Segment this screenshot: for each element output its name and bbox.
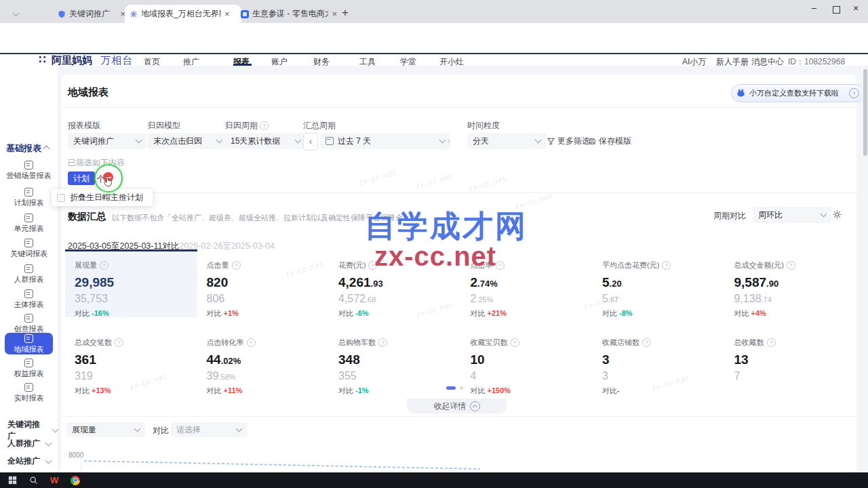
period-compare-select[interactable]: 周环比 [753,207,831,223]
plan-tooltip[interactable]: 折叠生日帽主推计划 [52,189,153,206]
report-icon [24,161,33,169]
attribution-model-select[interactable]: 末次点击归因 [148,133,227,149]
hand-cursor-icon [102,175,115,188]
arrow-right-icon: › [849,88,859,98]
tab-search-chevron-icon[interactable] [14,8,18,18]
report-icon [24,334,33,343]
metric-card-selected[interactable]: 展现量? 29,985 35,753 对比 -16% [65,249,197,317]
report-icon [24,214,33,222]
help-icon: ? [232,261,241,270]
report-icon [24,314,33,323]
filter-label: 归因周期? [225,120,269,131]
metric-card[interactable]: 总购物车数? 348 355 对比 -1% [329,327,461,394]
metric-card[interactable]: 平均点击花费(元)? 5.20 5.67 对比 -8% [593,249,725,317]
collapse-details-button[interactable]: 收起详情 [407,399,507,413]
next-period-button[interactable]: › [448,136,450,146]
attribution-window-select[interactable]: 15天累计数据 [225,133,306,149]
sidebar-item-subject-report[interactable]: 主体报表 [0,289,58,310]
help-icon: ? [496,261,505,270]
window-restore-button[interactable] [833,5,840,16]
save-icon [589,138,596,145]
wps-taskbar-icon[interactable]: W [50,475,58,485]
sidebar-item-region-report-active[interactable]: 地域报表 [5,333,53,354]
sidebar-item-unit-report[interactable]: 单元报表 [0,214,58,234]
funnel-icon [547,138,555,145]
sidebar-item-realtime-report[interactable]: 实时报表 [0,383,58,403]
metric-card[interactable]: 点击转化率? 44.02% 39.58% 对比 +11% [197,327,330,394]
sidebar-item-audience-report[interactable]: 人群报表 [0,264,58,285]
help-icon: ? [378,338,387,347]
tab-close-icon[interactable]: × [332,9,337,18]
sidebar: 基础报表 营销场景报表 计划报表 单元报表 关键词报表 人群报表 主体报表 创意… [0,66,58,472]
prev-period-button[interactable]: ‹ [303,133,318,150]
browser-tab-active[interactable]: 地域报表_万相台无界版 × [125,5,241,23]
help-icon: ? [115,338,123,347]
report-template-select[interactable]: 关键词推广 [68,133,146,149]
scrollbar-thumb[interactable] [863,69,867,156]
bookmarks-bar: Gmail YouTube 仿真樱花树桃花网... 地图 拼多多商家后台，...… [0,39,868,54]
tab-title: 地域报表_万相台无界版 [141,8,221,20]
checkbox-icon[interactable] [57,194,65,202]
new-tab-button[interactable]: + [342,6,349,20]
watermark-site-url: zx-cc.net [374,241,496,272]
help-icon: ? [100,261,108,270]
report-icon [24,359,33,367]
cards-pagination[interactable] [446,386,463,390]
date-range-select[interactable]: 过去 7 天 [320,133,450,149]
filter-label: 报表模版 [68,120,100,131]
help-icon: ? [511,338,519,347]
rabbit-icon [736,88,746,98]
granularity-select[interactable]: 分天 [467,133,546,149]
browser-tab[interactable]: 生意参谋 - 零售电商大数据产品 × [236,5,342,23]
tab-title: 生意参谋 - 零售电商大数据产品 [252,8,328,20]
filter-label: 归因模型 [148,120,180,131]
ai-query-promo-button[interactable]: 小万自定义查数支持下载啦 › [731,84,864,102]
plan-filter-tag[interactable]: 计划 [68,171,95,185]
summary-title: 数据汇总 [68,211,106,223]
chart-compare-select[interactable]: 请选择 [171,422,247,437]
filter-label: 汇总周期 [303,120,336,131]
shield-favicon-icon [58,10,66,18]
report-icon [24,188,33,197]
asterisk-favicon-icon [130,10,138,18]
taskbar-search-icon[interactable] [29,476,38,485]
more-filters-button[interactable]: 更多筛选 [547,136,590,147]
help-icon: ? [787,261,795,270]
window-close-button[interactable]: × [853,3,859,14]
metric-card[interactable]: 收藏宝贝数? 10 4 对比 +150% [461,327,593,394]
windows-start-icon[interactable] [8,476,17,485]
divider [61,416,856,417]
settings-gear-icon[interactable] [832,209,842,222]
filter-label: 时间粒度 [467,120,500,131]
page-title: 地域报表 [68,86,108,99]
tab-close-icon[interactable]: × [224,9,230,18]
sidebar-item-creative-report[interactable]: 创意报表 [0,314,58,334]
sidebar-group-audience[interactable]: 人群推广 [7,438,51,449]
browser-address-bar: ← → one.alimama.com/index.html?spm=a21dv… [0,23,868,39]
chrome-taskbar-icon[interactable] [71,476,80,485]
metric-card[interactable]: 总收藏数? 13 7 [725,327,857,394]
sycm-favicon-icon [241,10,249,18]
metric-card[interactable]: 点击量? 820 806 对比 +1% [197,249,330,317]
sidebar-item-keyword-report[interactable]: 关键词报表 [0,239,58,259]
window-minimize-button[interactable]: − [811,3,816,14]
page-dot[interactable] [460,386,463,390]
chart-metric-select[interactable]: 展现量 [66,422,145,437]
sidebar-item-plan-report[interactable]: 计划报表 [0,188,58,208]
browser-tab[interactable]: 关键词推广 × [53,5,130,23]
browser-tab-strip: 关键词推广 × 地域报表_万相台无界版 × 生意参谋 - 零售电商大数据产品 ×… [0,0,868,23]
sidebar-item-marketing-report[interactable]: 营销场景报表 [0,161,58,181]
report-icon [24,383,33,392]
calendar-icon [326,137,334,145]
help-icon: ? [247,338,256,347]
help-icon: ? [662,261,671,270]
help-icon: ? [767,338,776,347]
divider [61,107,856,108]
page-dot-active[interactable] [446,386,456,390]
sidebar-section-title[interactable]: 基础报表 [6,142,49,155]
help-icon: ? [642,338,651,347]
sidebar-item-rights-report[interactable]: 权益报表 [0,359,58,379]
trend-chart [80,455,487,472]
save-template-button[interactable]: 保存模版 [589,136,631,147]
sidebar-group-sitewide[interactable]: 全站推广 [7,455,51,467]
